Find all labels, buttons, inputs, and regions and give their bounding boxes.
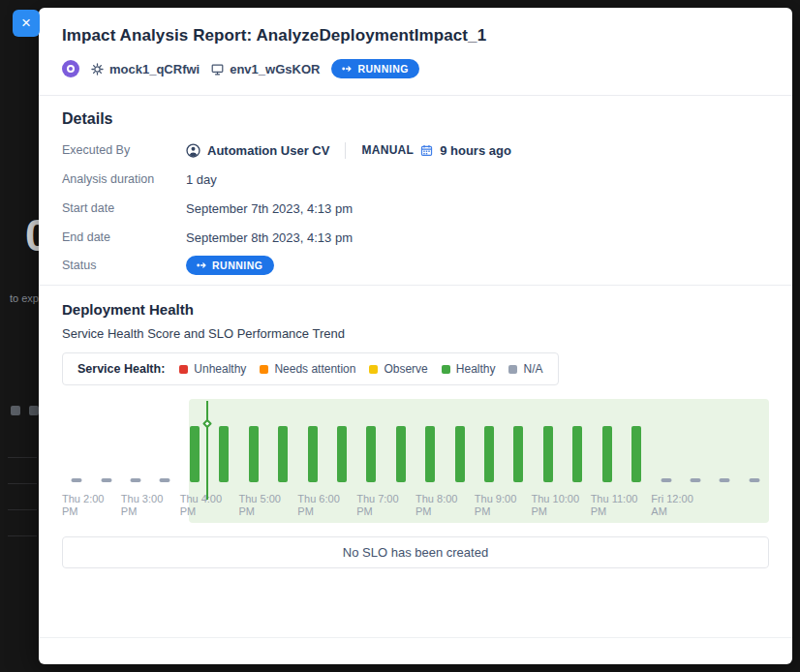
status-badge: RUNNING <box>186 256 274 275</box>
health-score-bar-healthy[interactable] <box>366 426 376 482</box>
health-score-bar-healthy[interactable] <box>425 426 435 482</box>
detail-label: End date <box>62 230 186 244</box>
detail-label: Analysis duration <box>62 172 186 186</box>
legend-item: Needs attention <box>260 362 355 376</box>
detail-row-analysis-duration: Analysis duration 1 day <box>62 165 769 194</box>
health-score-bar-healthy[interactable] <box>572 426 582 482</box>
x-tick-label: Thu 5:00 PM <box>239 493 281 518</box>
x-tick-label: Thu 7:00 PM <box>356 493 398 518</box>
x-tick-label: Thu 11:00 PM <box>591 493 638 518</box>
legend-color-swatch <box>260 365 268 374</box>
status-badge: RUNNING <box>331 59 419 78</box>
detail-row-status: Status RUNNING <box>62 252 769 285</box>
detail-label: Start date <box>62 201 186 215</box>
legend-items: UnhealthyNeeds attentionObserveHealthyN/… <box>179 362 542 376</box>
health-score-bar-healthy[interactable] <box>190 426 200 482</box>
background-partial-text: to exp <box>10 292 39 304</box>
health-score-bar-healthy[interactable] <box>249 426 259 482</box>
health-score-bar-healthy[interactable] <box>543 426 553 482</box>
detail-value: September 7th 2023, 4:13 pm <box>186 201 353 216</box>
health-score-bar-na[interactable] <box>72 478 82 482</box>
legend-color-swatch <box>369 365 378 374</box>
health-score-bar-na[interactable] <box>690 478 700 482</box>
details-section: Details Executed By Automation User CV M… <box>39 96 792 285</box>
health-score-bar-na[interactable] <box>131 478 141 482</box>
legend-color-swatch <box>442 365 450 374</box>
health-score-bar-healthy[interactable] <box>337 426 347 482</box>
legend-label: N/A <box>523 362 542 376</box>
modal-header: Impact Analysis Report: AnalyzeDeploymen… <box>39 8 792 95</box>
modal-title: Impact Analysis Report: AnalyzeDeploymen… <box>62 26 769 46</box>
executed-time-ago: 9 hours ago <box>440 143 511 158</box>
background-table-rows <box>8 432 37 536</box>
trigger-type: MANUAL <box>361 143 414 157</box>
user-icon <box>186 143 200 158</box>
report-meta-row: mock1_qCRfwi env1_wGsKOR RUNNING <box>62 59 769 95</box>
legend-color-swatch <box>508 365 517 374</box>
legend-label: Needs attention <box>274 362 355 376</box>
deployment-marker-line[interactable] <box>206 401 208 500</box>
detail-value: Automation User CV MANUAL 9 hours ago <box>186 142 511 159</box>
health-score-bar-healthy[interactable] <box>455 426 465 482</box>
health-score-bar-healthy[interactable] <box>308 426 318 482</box>
detail-value: September 8th 2023, 4:13 pm <box>186 230 353 245</box>
detail-row-start-date: Start date September 7th 2023, 4:13 pm <box>62 194 769 223</box>
health-score-bar-na[interactable] <box>749 478 759 482</box>
service-health-legend: Service Health: UnhealthyNeeds attention… <box>62 352 559 385</box>
impact-analysis-modal: Impact Analysis Report: AnalyzeDeploymen… <box>39 8 792 664</box>
modal-footer <box>39 637 792 664</box>
legend-item: Healthy <box>442 362 496 376</box>
health-score-bar-healthy[interactable] <box>396 426 406 482</box>
deployment-health-heading: Deployment Health <box>62 301 769 318</box>
detail-row-executed-by: Executed By Automation User CV MANUAL 9 … <box>62 136 769 165</box>
calendar-icon <box>420 144 433 157</box>
environment-icon <box>211 63 224 76</box>
health-score-bar-healthy[interactable] <box>219 426 229 482</box>
legend-item: N/A <box>508 362 542 376</box>
status-badge-label: RUNNING <box>212 260 263 271</box>
legend-label: Observe <box>384 362 427 376</box>
health-score-bar-na[interactable] <box>661 478 671 482</box>
x-tick-label: Thu 10:00 PM <box>532 493 580 518</box>
detail-value: 1 day <box>186 172 217 187</box>
x-tick-label: Thu 3:00 PM <box>121 493 163 518</box>
legend-label: Healthy <box>456 362 496 376</box>
legend-title: Service Health: <box>77 362 165 376</box>
health-score-bar-healthy[interactable] <box>631 426 641 482</box>
slo-empty-state: No SLO has been created <box>62 536 769 568</box>
executed-by-user: Automation User CV <box>207 143 329 158</box>
legend-item: Unhealthy <box>179 362 246 376</box>
status-badge-label: RUNNING <box>357 63 409 75</box>
detail-value: RUNNING <box>186 256 274 275</box>
detail-label: Status <box>62 259 186 272</box>
close-button[interactable]: × <box>13 10 40 37</box>
health-chart: Thu 2:00 PMThu 3:00 PMThu 4:00 PMThu 5:0… <box>62 399 769 523</box>
x-tick-label: Thu 9:00 PM <box>475 493 516 518</box>
x-tick-label: Thu 6:00 PM <box>297 493 339 518</box>
detail-label: Executed By <box>62 143 186 157</box>
monitored-service-label: mock1_qCRfwi <box>109 62 200 76</box>
health-score-bar-healthy[interactable] <box>484 426 494 482</box>
legend-item: Observe <box>369 362 427 376</box>
chart-subtitle: Service Health Score and SLO Performance… <box>62 326 769 341</box>
health-score-bar-healthy[interactable] <box>513 426 523 482</box>
health-score-bar-healthy[interactable] <box>602 426 612 482</box>
health-score-bar-na[interactable] <box>101 478 111 482</box>
x-tick-label: Thu 4:00 PM <box>180 493 222 518</box>
legend-label: Unhealthy <box>194 362 246 376</box>
environment-name: env1_wGsKOR <box>211 62 320 76</box>
health-score-bar-na[interactable] <box>720 478 730 482</box>
environment-label: env1_wGsKOR <box>230 62 320 76</box>
running-status-icon <box>197 261 207 269</box>
monitored-service-name: mock1_qCRfwi <box>91 62 200 76</box>
x-tick-label: Fri 12:00 AM <box>651 493 692 518</box>
vertical-divider <box>345 142 346 159</box>
close-icon: × <box>21 14 31 32</box>
running-status-icon <box>342 65 353 73</box>
health-score-bar-healthy[interactable] <box>278 426 288 482</box>
gear-icon <box>91 63 104 76</box>
health-score-bar-na[interactable] <box>160 478 170 482</box>
x-tick-label: Thu 8:00 PM <box>415 493 457 518</box>
detail-row-end-date: End date September 8th 2023, 4:13 pm <box>62 223 769 252</box>
x-tick-label: Thu 2:00 PM <box>62 493 104 518</box>
